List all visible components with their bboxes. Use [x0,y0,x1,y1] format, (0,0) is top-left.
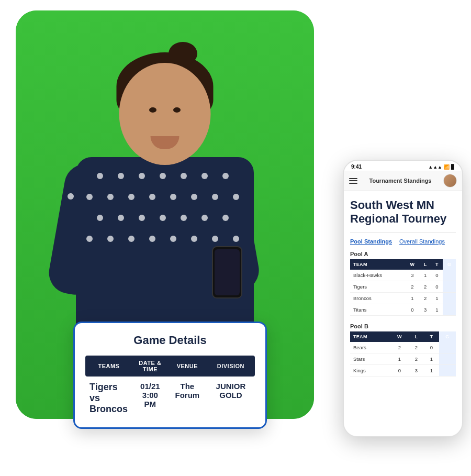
wins: 0 [390,364,409,376]
col-division: DIVISION [207,356,255,377]
tournament-title: South West MN Regional Tourney [350,198,456,226]
losses: 3 [419,304,431,315]
phone-content: South West MN Regional Tourney Pool Stan… [344,191,462,430]
ties: 0 [431,281,443,292]
pool-a-table: TEAM W L T G Black-Hawks 3 1 0 [350,259,456,316]
tab-overall-standings[interactable]: Overall Standings [399,238,445,245]
game-venue: The Forum [168,377,207,415]
ties: 1 [424,364,439,376]
goals [443,270,456,281]
ties: 1 [424,353,439,364]
table-row: Kings 0 3 1 [350,364,456,376]
losses: 1 [419,270,431,281]
team-name: Titans [350,304,405,315]
game-teams: Tigers vs Broncos [85,377,132,415]
col-venue: VENUE [168,356,207,377]
wins: 1 [390,353,409,364]
losses: 2 [419,292,431,304]
col-teams: TEAMS [85,356,132,377]
main-scene: Game Details TEAMS DATE & TIME VENUE DIV… [0,0,471,476]
wins: 2 [390,342,409,353]
table-row: Stars 1 2 1 [350,353,456,364]
team-name: Tigers [350,281,405,292]
user-avatar[interactable] [443,174,457,187]
losses: 2 [409,342,424,353]
tab-pool-standings[interactable]: Pool Standings [350,238,392,245]
wins: 3 [405,270,419,281]
wifi-icon: 📶 [444,164,450,170]
menu-icon[interactable] [349,178,357,184]
ties: 0 [424,342,439,353]
game-details-table: TEAMS DATE & TIME VENUE DIVISION Tigers … [85,356,255,415]
team-name: Broncos [350,292,405,304]
goals [443,281,456,292]
pool-b-label: Pool B [350,323,456,329]
pool-a-col-t: T [431,259,443,270]
team-name: Bears [350,342,390,353]
goals [439,342,456,353]
team-name: Black-Hawks [350,270,405,281]
pool-a-label: Pool A [350,251,456,257]
table-row: Titans 0 3 1 [350,304,456,315]
pool-a-col-w: W [405,259,419,270]
table-row: Broncos 1 2 1 [350,292,456,304]
wins: 0 [405,304,419,315]
team-name: Stars [350,353,390,364]
table-row: Bears 2 2 0 [350,342,456,353]
ties: 1 [431,304,443,315]
goals [443,292,456,304]
status-bar: 9:41 ▲▲▲ 📶 ▊ [344,161,462,171]
pool-b-col-t: T [424,331,439,342]
phone-header: Tournament Standings [344,171,462,191]
losses: 2 [409,353,424,364]
pool-b-col-l: L [409,331,424,342]
team-name: Kings [350,364,390,376]
ties: 1 [431,292,443,304]
col-datetime: DATE & TIME [132,356,168,377]
goals [443,304,456,315]
table-row: Tigers 2 2 0 [350,281,456,292]
divider-1 [350,233,456,233]
game-details-title: Game Details [85,334,255,347]
goals [439,353,456,364]
losses: 2 [419,281,431,292]
pool-a-col-l: L [419,259,431,270]
status-time: 9:41 [351,164,362,170]
signal-icon: ▲▲▲ [428,164,442,170]
wins: 1 [405,292,419,304]
standings-tabs: Pool Standings Overall Standings [350,238,456,245]
app-header-title: Tournament Standings [362,178,439,184]
pool-b-col-w: W [390,331,409,342]
game-datetime: 01/21 3:00 PM [132,377,168,415]
losses: 3 [409,364,424,376]
ties: 0 [431,270,443,281]
pool-b-table: TEAM W L T G Bears 2 2 0 [350,331,456,377]
pool-a-col-team: TEAM [350,259,405,270]
table-row: Black-Hawks 3 1 0 [350,270,456,281]
game-division: JUNIOR GOLD [207,377,255,415]
goals [439,364,456,376]
battery-icon: ▊ [451,164,455,170]
pool-a-col-g: G [443,259,456,270]
game-details-card: Game Details TEAMS DATE & TIME VENUE DIV… [73,322,267,429]
pool-b-col-team: TEAM [350,331,390,342]
pool-b-col-g: G [439,331,456,342]
phone-ui: 9:41 ▲▲▲ 📶 ▊ Tournament Standings South … [343,160,463,437]
wins: 2 [405,281,419,292]
status-icons: ▲▲▲ 📶 ▊ [428,164,455,170]
